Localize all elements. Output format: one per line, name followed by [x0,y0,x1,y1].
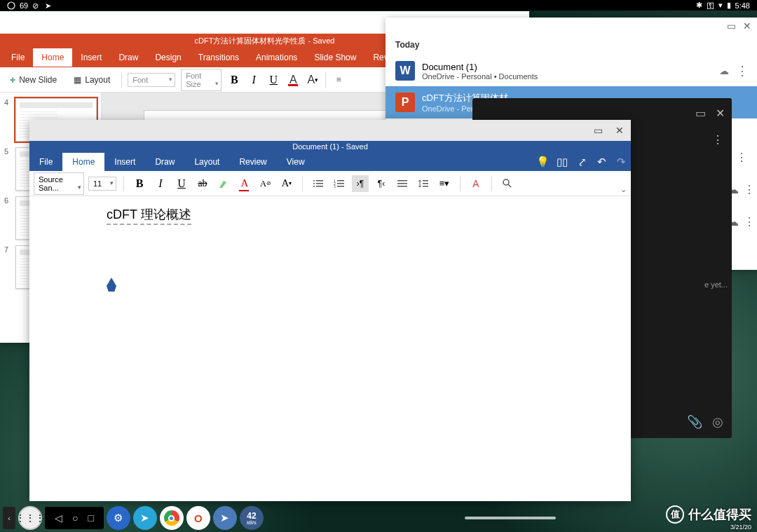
italic-button[interactable]: I [247,73,261,87]
ribbon-separator [491,176,492,191]
more-icon[interactable]: ⋮ [712,133,723,146]
minimize-icon[interactable]: ▭ [695,107,706,120]
paragraph-button[interactable]: ≡▾ [436,175,453,192]
clear-format-button[interactable]: A⊘ [257,175,274,192]
ppt-tab-transitions[interactable]: Transitions [190,48,247,67]
bold-button[interactable]: B [227,73,241,87]
ppt-tab-slideshow[interactable]: Slide Show [306,48,364,67]
underline-button[interactable]: U [266,73,280,87]
close-icon[interactable]: ✕ [743,20,751,32]
more-icon[interactable]: ⋮ [736,64,747,77]
font-size-dropdown[interactable]: 11 [88,177,116,191]
ribbon-expand-icon[interactable]: ⌄ [620,185,627,194]
lightbulb-icon[interactable]: 💡 [533,156,552,168]
taskbar-settings-icon[interactable]: ⚙ [107,506,130,530]
taskbar-send-icon[interactable]: ➤ [213,506,237,530]
redo-icon[interactable]: ↷ [611,156,631,168]
align-button[interactable] [394,175,411,192]
font-name-dropdown[interactable]: Source San... [34,172,84,195]
apps-drawer-button[interactable]: ⋮⋮⋮ [18,506,42,530]
bluetooth-icon: ✱ [696,1,702,10]
bullets-button[interactable] [310,175,327,192]
new-slide-button[interactable]: +New Slide [4,71,62,88]
font-color-button[interactable]: A [286,73,300,87]
ppt-tab-design[interactable]: Design [146,48,189,67]
wifi-icon: ▾ [718,1,723,10]
word-tab-layout[interactable]: Layout [184,153,229,171]
svg-point-0 [8,2,15,9]
reading-icon[interactable]: ▯▯ [552,156,572,168]
font-color-arrow[interactable]: A▾ [278,175,295,192]
new-slide-label: New Slide [19,75,57,85]
italic-button[interactable]: I [152,175,169,192]
gesture-handle[interactable] [465,517,556,519]
plus-icon: + [10,74,15,86]
line-spacing-button[interactable] [415,175,432,192]
word-tab-view[interactable]: View [277,153,315,171]
indent-rtl-button[interactable]: ›¶ [352,175,369,192]
svg-rect-16 [423,180,428,182]
undo-icon[interactable]: ↶ [592,156,611,168]
svg-rect-17 [423,183,428,184]
underline-button[interactable]: U [173,175,190,192]
taskbar-chrome-icon[interactable] [160,506,184,530]
highlight-button[interactable]: A▾ [306,73,320,87]
font-size-dropdown[interactable]: Font Size [181,69,221,91]
recent-doc-word[interactable]: W Document (1) OneDrive - Personal • Doc… [386,55,757,86]
word-content-text[interactable]: cDFT 理论概述 [107,206,191,225]
more-icon[interactable]: ⋮ [744,215,755,229]
taskbar-telegram-icon[interactable]: ➤ [133,506,157,530]
word-doc-icon: W [395,61,415,81]
word-tab-draw[interactable]: Draw [145,153,184,171]
speed-num: 42 [247,512,256,520]
word-window: ▭ ✕ Document (1) - Saved File Home Inser… [29,120,631,501]
taskbar-back[interactable]: ‹ [3,507,15,529]
ppt-tab-home[interactable]: Home [33,48,72,67]
svg-point-1 [313,180,315,182]
font-dropdown[interactable]: Font [128,73,175,87]
ppt-tab-animations[interactable]: Animations [247,48,306,67]
bullets-button[interactable]: ≡ [332,73,346,87]
strike-button[interactable]: ab [194,175,211,192]
search-button[interactable] [499,175,516,192]
highlight-button[interactable] [215,175,232,192]
bold-button[interactable]: B [131,175,148,192]
nav-home-icon[interactable]: ○ [72,512,78,524]
nav-recent-icon[interactable]: □ [88,512,93,524]
taskbar-netspeed[interactable]: 42kB/s [240,506,264,530]
word-tab-insert[interactable]: Insert [104,153,145,171]
close-icon[interactable]: ✕ [716,107,725,120]
ppt-tab-file[interactable]: File [3,48,33,67]
restore-icon[interactable]: ▭ [594,125,603,136]
cloud-icon[interactable]: ☁ [719,65,729,76]
numbering-button[interactable]: 123 [331,175,348,192]
ppt-tab-draw[interactable]: Draw [110,48,146,67]
word-titlebar[interactable]: Document (1) - Saved [29,141,631,152]
word-tab-home[interactable]: Home [62,153,104,171]
battery-circle-icon [7,1,15,10]
ppt-tab-insert[interactable]: Insert [72,48,110,67]
nav-back-icon[interactable]: ◁ [55,512,62,524]
dnd-icon: ⊘ [32,1,41,10]
more-icon[interactable]: ⋮ [744,183,755,196]
thumb-number: 7 [4,245,11,289]
word-tab-review[interactable]: Review [229,153,276,171]
attach-icon[interactable]: 📎 [687,414,702,430]
styles-button[interactable]: A [468,175,484,192]
thumb-number: 6 [4,196,11,240]
word-tab-file[interactable]: File [29,153,62,171]
close-icon[interactable]: ✕ [615,125,624,136]
font-color-button[interactable]: A [236,175,253,192]
layout-button[interactable]: ▦Layout [68,72,116,88]
text-cursor-handle[interactable] [107,278,116,292]
share-icon[interactable]: ⤤ [572,156,592,168]
thumb-number: 4 [4,98,11,142]
camera-icon[interactable]: ◎ [712,414,723,430]
svg-rect-18 [423,186,428,187]
word-page[interactable]: cDFT 理论概述 [29,196,631,301]
more-icon[interactable]: ⋮ [736,151,747,164]
minimize-icon[interactable]: ▭ [727,20,736,32]
indent-ltr-button[interactable]: ¶‹ [373,175,390,192]
svg-point-19 [503,179,509,185]
taskbar-office-icon[interactable]: O [186,506,210,530]
